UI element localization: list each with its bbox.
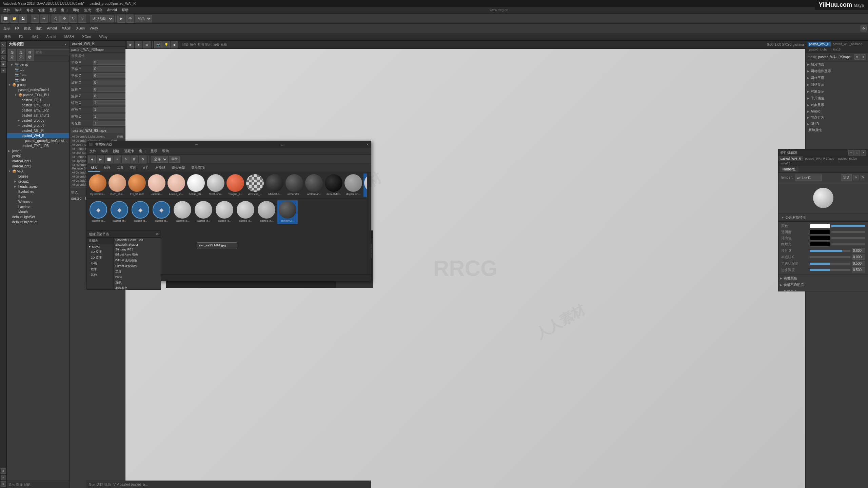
toolbar-select[interactable]: ⬡ <box>52 15 60 23</box>
create-item-blinn[interactable]: Blinn <box>114 275 161 280</box>
tree-item-zai-chun[interactable]: pasted_zai_chun1 <box>7 113 69 118</box>
attr-top-tab-wai-r[interactable]: pasted_WAI_R <box>778 156 803 161</box>
mat-ball-eyelashes[interactable]: Eyelashes... <box>88 174 107 197</box>
mat-ball-aistandard1[interactable]: aiStandar... <box>285 174 304 197</box>
tree-item-wetness[interactable]: Wetness <box>7 199 69 204</box>
create-item-displace[interactable]: 置换 <box>114 280 161 285</box>
tree-item-eyes[interactable]: Eyes <box>7 194 69 199</box>
attr-incandescence-slider[interactable] <box>831 243 865 245</box>
tree-item-nei-r[interactable]: pasted_NEI_R <box>7 128 69 133</box>
icon-misc2[interactable]: ≡ <box>1 475 6 480</box>
menu-arnold[interactable]: Arnold <box>105 7 119 13</box>
mat-next-btn[interactable]: ▶ <box>97 156 104 163</box>
mat-filter-btn[interactable]: ⊞ <box>131 156 138 163</box>
mesh-settings-icon[interactable]: ⚙ <box>861 54 866 60</box>
attr-tab-initial[interactable]: initia15 <box>830 47 842 52</box>
attr-translucence-input[interactable] <box>852 255 865 260</box>
section-obj-display2[interactable]: ▶ 对象显示 <box>806 102 868 108</box>
mat-menu-help[interactable]: 帮助 <box>161 148 170 154</box>
outline-display-btn[interactable]: 显示 <box>8 49 16 61</box>
mat-tab-spheres[interactable]: 材质球 <box>153 164 168 172</box>
tree-item-arealight2[interactable]: aiAreaLight2 <box>7 164 69 169</box>
section-arnold[interactable]: ▶ Arnold <box>806 108 868 114</box>
toolbar2-mash[interactable]: MASH <box>60 26 74 31</box>
tree-item-group6[interactable]: ▼ pasted_group6 <box>7 123 69 128</box>
outline-search[interactable] <box>35 49 75 55</box>
mat-options-btn[interactable]: ⚙ <box>139 156 146 163</box>
toolbar-save[interactable]: 💾 <box>19 15 27 23</box>
vp-btn2[interactable]: ■ <box>135 41 142 48</box>
mat-tab-textures[interactable]: 纹理 <box>101 164 113 172</box>
mat-close-btn[interactable]: ✕ <box>366 143 369 146</box>
tree-item-nurbscircle[interactable]: pasted_nurbsCircle1 <box>7 87 69 93</box>
attr-common-section[interactable]: ▼ 公用材质特性 <box>778 214 868 222</box>
attr-tab-wai-rshape[interactable]: pasted_WAI_RShape <box>831 42 863 46</box>
create-item-name-shade[interactable]: 名称着色 <box>114 285 161 289</box>
menu-create[interactable]: 创建 <box>36 7 47 13</box>
attr-transparency-slider[interactable] <box>831 231 865 233</box>
menu-file[interactable]: 文件 <box>1 7 12 13</box>
icon-misc3[interactable]: ≡ <box>1 481 6 487</box>
mat-menu-mask[interactable]: 遮蔽卡 <box>123 148 136 154</box>
toolbar2-display[interactable]: 显示 <box>1 25 12 32</box>
mat-ball-r2-8[interactable]: pasted_e... <box>235 200 256 224</box>
section-node-behavior[interactable]: ▶ 节点行为 <box>806 114 868 121</box>
paintfx-icon[interactable]: ✦ <box>1 68 6 73</box>
menu-modify[interactable]: 修改 <box>24 7 35 13</box>
toolbar-persp[interactable]: 👁 <box>126 15 134 23</box>
tree-item-persp[interactable]: ▶ 📷 persp <box>7 62 69 67</box>
toolbar2-xgen[interactable]: XGen <box>74 26 87 31</box>
attr-copy-icon[interactable]: ⧉ <box>853 175 859 180</box>
plugin-tab-xgen[interactable]: XGen <box>80 34 94 39</box>
tree-item-vfx[interactable]: ▼ 📦 VFX <box>7 169 69 174</box>
attr-maximize-icon[interactable]: □ <box>854 150 860 156</box>
vp-camera[interactable]: 📷 <box>154 41 162 48</box>
menu-help[interactable]: 帮助 <box>120 7 131 13</box>
mat-ball-r2-9[interactable]: pasted_z... <box>256 200 277 224</box>
mat-tab-tools[interactable]: 工具 <box>114 164 126 172</box>
tree-item-aimconst[interactable]: pasted_group6_aimConst... <box>7 138 69 143</box>
outline-select-btn[interactable]: 显示 <box>17 49 25 61</box>
cat-maya[interactable]: ▼ Maya <box>87 244 114 249</box>
mat-ball-r2-2[interactable]: ◆ pasted_d... <box>109 200 130 224</box>
attr-node-tab-lambert[interactable]: lambert1 <box>780 167 798 172</box>
section-uuid[interactable]: ▶ UUID <box>806 121 868 127</box>
mat-show-btn[interactable]: 显示 <box>169 156 180 163</box>
attr-section-specular[interactable]: ▶ 镜射颜色 <box>778 275 868 282</box>
mat-ball-teeth[interactable]: Teeth sha - <box>206 174 225 197</box>
attr-ambient-swatch[interactable] <box>810 236 830 241</box>
toolbar2-curves[interactable]: 曲线 <box>22 25 33 32</box>
toolbar-scale[interactable]: ⤡ <box>78 15 86 23</box>
mat-ball-r2-7[interactable]: pasted_e... <box>214 200 235 224</box>
plugin-tab-mash[interactable]: MASH <box>62 34 77 39</box>
attr-transparency-swatch[interactable] <box>810 230 830 235</box>
attr-edge-depth-slider[interactable] <box>810 269 850 271</box>
vp-btn1[interactable]: ▶ <box>127 41 134 48</box>
tree-item-louise[interactable]: Louise <box>7 174 69 179</box>
tree-item-headshapes[interactable]: ▶ headshapes <box>7 184 69 189</box>
mat-ball-defaultmat[interactable]: defaultMat1 <box>324 174 343 197</box>
attr-trans-depth-slider[interactable] <box>810 263 850 265</box>
tree-item-perig[interactable]: perig1 <box>7 154 69 159</box>
mat-tab-utility[interactable]: 实用 <box>127 164 139 172</box>
vp-btn3[interactable]: ⊞ <box>143 41 151 48</box>
section-smooth[interactable]: ▶ 网格平滑 <box>806 75 868 81</box>
toolbar-open[interactable]: 📁 <box>10 15 18 23</box>
mat-graph-btn[interactable]: ⬜ <box>105 156 113 163</box>
plugin-tab-arnold[interactable]: Arnold <box>44 34 59 39</box>
vp-shading[interactable]: ◑ <box>171 41 178 48</box>
menu-edit[interactable]: 编辑 <box>13 7 24 13</box>
mat-tab-materials[interactable]: 材质 <box>88 164 100 172</box>
section-subdivision[interactable]: ▶ 细分情况 <box>806 61 868 68</box>
create-item-bifrost-aero[interactable]: Bifrost Aero 着色 <box>114 252 161 258</box>
mat-tab-files[interactable]: 文件 <box>140 164 152 172</box>
toolbar-undo[interactable]: ↩ <box>31 15 39 23</box>
tree-item-eye-rou[interactable]: pasted_EYE_ROU <box>7 103 69 108</box>
attr-section-spec-opacity[interactable]: ▶ 镜射不透明度 <box>778 282 868 288</box>
paint-tool-icon[interactable]: 🖌 <box>1 48 6 54</box>
mat-maximize-btn[interactable]: □ <box>281 143 283 146</box>
mat-menu-window[interactable]: 窗口 <box>138 148 147 154</box>
tree-item-wai-r[interactable]: pasted_WAI_R <box>7 133 69 138</box>
tree-item-lacrima[interactable]: Lacrima <box>7 204 69 209</box>
cat-env[interactable]: 环境 <box>87 261 114 266</box>
